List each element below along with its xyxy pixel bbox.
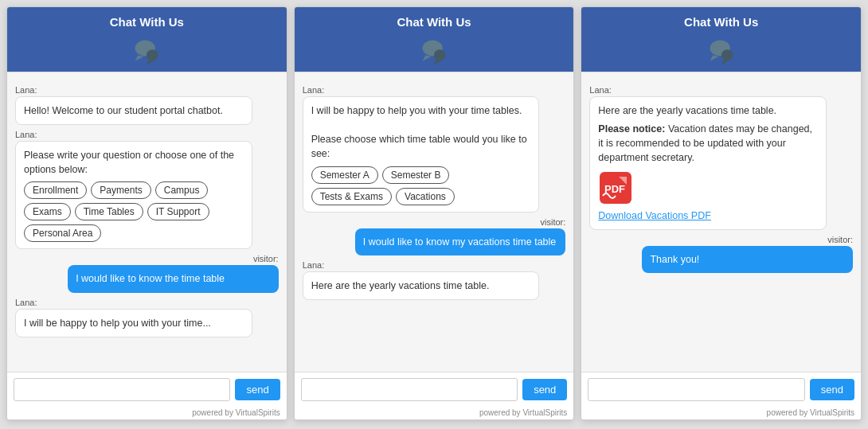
partial-msg-2: Here are the yearly vacations time table… xyxy=(303,271,540,300)
svg-point-6 xyxy=(434,49,445,60)
send-button-3[interactable]: send xyxy=(810,379,854,400)
timetable-help-text: I will be happy to help you with your ti… xyxy=(311,103,531,118)
timetable-choose-text: Please choose which time table would you… xyxy=(311,132,531,161)
svg-marker-9 xyxy=(710,55,718,60)
lana-label-2b: Lana: xyxy=(303,260,566,270)
send-button-2[interactable]: send xyxy=(522,379,567,400)
visitor-msg-3: Thank you! xyxy=(642,246,853,273)
visitor-msg-2: I would like to know my vacations time t… xyxy=(355,228,566,255)
notice-bold: Please notice: xyxy=(598,123,665,135)
chat-widget-1: Chat With Us Lana: Hello! Welcome to our… xyxy=(6,6,287,420)
chat-header-2: Chat With Us xyxy=(295,7,574,33)
chat-bubble-icon-1 xyxy=(132,37,161,65)
option-exams[interactable]: Exams xyxy=(24,203,71,220)
chat-header-3: Chat With Us xyxy=(581,7,861,33)
msg-options-text: Please write your question or choose one… xyxy=(24,148,244,177)
option-enrollment[interactable]: Enrollment xyxy=(24,181,87,199)
chat-footer-3: send xyxy=(581,372,861,407)
visitor-label-3: visitor: xyxy=(589,235,853,244)
chat-input-2[interactable] xyxy=(301,378,518,401)
visitor-label-1: visitor: xyxy=(15,254,279,263)
option-buttons-1: Enrollment Payments Campus Exams Time Ta… xyxy=(24,181,244,242)
msg-vacations-info: Here are the yearly vacations time table… xyxy=(589,96,827,230)
pdf-download-link[interactable]: Download Vacations PDF xyxy=(598,209,711,223)
lana-label-3a: Lana: xyxy=(589,85,853,95)
chat-bubble-icon-3 xyxy=(707,37,736,65)
option-payments[interactable]: Payments xyxy=(91,181,151,199)
chat-body-3: Lana: Here are the yearly vacations time… xyxy=(581,72,861,372)
pdf-area: PDF Download Vacations PDF xyxy=(598,170,818,223)
chat-bubble-icon-2 xyxy=(420,37,448,65)
powered-by-3: powered by VirtualSpirits xyxy=(581,407,861,419)
chat-footer-1: send xyxy=(7,372,287,407)
chat-title-3: Chat With Us xyxy=(581,15,861,29)
option-vacations[interactable]: Vacations xyxy=(396,188,455,205)
chat-input-1[interactable] xyxy=(14,378,230,401)
chat-title-1: Chat With Us xyxy=(7,15,287,29)
svg-marker-5 xyxy=(423,55,432,60)
send-button-1[interactable]: send xyxy=(235,379,280,400)
chat-body-2: Lana: I will be happy to help you with y… xyxy=(295,72,574,372)
chat-title-2: Chat With Us xyxy=(295,15,574,29)
partial-msg-1: I will be happy to help you with your ti… xyxy=(15,309,252,337)
visitor-msg-1: I would like to know the time table xyxy=(68,265,279,292)
chat-input-3[interactable] xyxy=(588,378,804,401)
msg-timetable-help: I will be happy to help you with your ti… xyxy=(303,96,540,213)
svg-marker-11 xyxy=(721,60,729,65)
msg-options-bubble: Please write your question or choose one… xyxy=(15,141,252,249)
svg-marker-3 xyxy=(147,60,154,65)
visitor-label-2: visitor: xyxy=(303,217,566,227)
chat-footer-2: send xyxy=(295,372,574,407)
chat-header-1: Chat With Us xyxy=(7,7,287,33)
chat-widget-3: Chat With Us Lana: Here are the yearly v… xyxy=(581,6,862,420)
pdf-icon: PDF xyxy=(598,170,633,205)
powered-by-2: powered by VirtualSpirits xyxy=(295,407,574,419)
svg-marker-7 xyxy=(434,60,441,65)
option-tests-exams[interactable]: Tests & Exams xyxy=(311,188,392,205)
option-semester-a[interactable]: Semester A xyxy=(311,166,378,184)
lana-label-1c: Lana: xyxy=(15,298,279,307)
vacations-text-1: Here are the yearly vacations time table… xyxy=(598,103,818,118)
option-personalarea[interactable]: Personal Area xyxy=(24,224,101,242)
chat-panels-container: Chat With Us Lana: Hello! Welcome to our… xyxy=(0,0,868,429)
lana-label-1b: Lana: xyxy=(15,130,279,139)
svg-point-2 xyxy=(147,49,158,60)
chat-widget-2: Chat With Us Lana: I will be happy to he… xyxy=(294,6,575,420)
lana-label-2a: Lana: xyxy=(303,85,566,95)
svg-marker-1 xyxy=(135,55,144,60)
option-buttons-2: Semester A Semester B Tests & Exams Vaca… xyxy=(311,166,531,205)
option-itsupport[interactable]: IT Support xyxy=(147,203,209,220)
option-campus[interactable]: Campus xyxy=(155,181,209,199)
option-semester-b[interactable]: Semester B xyxy=(382,166,450,184)
msg-welcome: Hello! Welcome to our student portal cha… xyxy=(15,96,252,125)
vacations-notice: Please notice: Vacation dates may be cha… xyxy=(598,122,818,165)
chat-body-1: Lana: Hello! Welcome to our student port… xyxy=(7,72,287,372)
lana-label-1a: Lana: xyxy=(15,85,279,95)
svg-point-10 xyxy=(721,49,733,60)
option-timetables[interactable]: Time Tables xyxy=(75,203,143,220)
powered-by-1: powered by VirtualSpirits xyxy=(7,407,287,419)
